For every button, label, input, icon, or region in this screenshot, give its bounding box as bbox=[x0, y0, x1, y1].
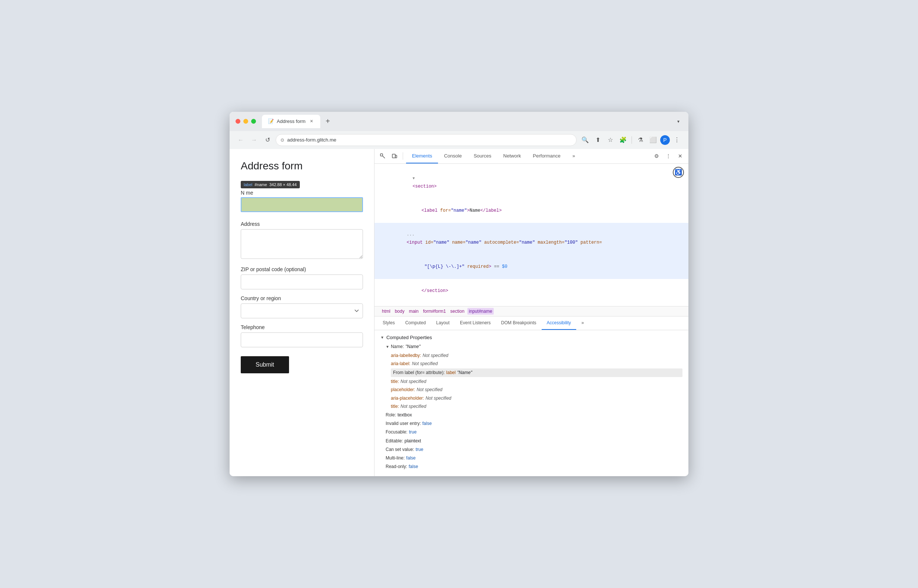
sub-tab-layout[interactable]: Layout bbox=[431, 317, 455, 330]
breadcrumb-body[interactable]: body bbox=[393, 308, 406, 315]
acc-role-val: textbox bbox=[398, 412, 412, 418]
acc-focusable-val: true bbox=[409, 429, 417, 436]
search-icon[interactable]: 🔍 bbox=[580, 134, 591, 145]
title-bar: 📝 Address form ✕ + ▾ bbox=[230, 112, 688, 131]
tab-console[interactable]: Console bbox=[438, 149, 468, 164]
sub-tab-event-listeners[interactable]: Event Listeners bbox=[455, 317, 496, 330]
breadcrumb-form[interactable]: form#form1 bbox=[422, 308, 447, 315]
breadcrumb-html[interactable]: html bbox=[380, 308, 392, 315]
acc-aria-label-val: Not specified bbox=[412, 360, 438, 367]
html-label-close-tag: </label> bbox=[480, 208, 502, 213]
html-pattern: pattern= bbox=[581, 240, 602, 245]
html-autocomplete-val: "name" bbox=[519, 240, 535, 245]
share-icon[interactable]: ⬆ bbox=[592, 134, 603, 145]
acc-role-key: Role: bbox=[386, 412, 396, 418]
html-maxlength-val: "100" bbox=[564, 240, 578, 245]
acc-title-2-key: title: bbox=[391, 403, 399, 410]
html-input-id: id= bbox=[425, 240, 433, 245]
acc-title-1-val: Not specified bbox=[401, 378, 426, 385]
tab-sources[interactable]: Sources bbox=[468, 149, 498, 164]
breadcrumb-section[interactable]: section bbox=[449, 308, 466, 315]
back-button[interactable]: ← bbox=[236, 135, 246, 145]
accessibility-icon[interactable]: ♿ bbox=[673, 167, 684, 178]
new-tab-button[interactable]: + bbox=[322, 116, 334, 128]
acc-name-row[interactable]: ▼ Name: "Name" bbox=[386, 344, 682, 349]
close-window-button[interactable] bbox=[236, 119, 240, 124]
acc-focusable-row: Focusable: true bbox=[386, 429, 682, 436]
svg-rect-0 bbox=[380, 154, 383, 156]
url-bar[interactable]: ⊙ address-form.glitch.me bbox=[276, 134, 577, 146]
html-line-input[interactable]: ... <input id="name" name="name" autocom… bbox=[375, 223, 688, 255]
acc-invalid-row: Invalid user entry: false bbox=[386, 420, 682, 427]
sub-tab-computed[interactable]: Computed bbox=[400, 317, 431, 330]
sub-tab-styles[interactable]: Styles bbox=[377, 317, 400, 330]
svg-rect-2 bbox=[392, 154, 395, 158]
devtools-close-icon[interactable]: ✕ bbox=[675, 151, 685, 161]
acc-readonly-key: Read-only: bbox=[386, 463, 407, 470]
acc-title-2: title: Not specified bbox=[391, 403, 682, 410]
more-menu-icon[interactable]: ⋮ bbox=[671, 134, 682, 145]
tab-dropdown-button[interactable]: ▾ bbox=[674, 117, 682, 126]
forward-button[interactable]: → bbox=[249, 135, 259, 145]
toolbar-divider bbox=[403, 152, 403, 160]
page-title: Address form bbox=[241, 160, 363, 172]
acc-readonly-val: false bbox=[409, 463, 418, 470]
telephone-input[interactable] bbox=[241, 333, 363, 347]
html-input-close: > bbox=[488, 264, 491, 269]
refresh-button[interactable]: ↺ bbox=[262, 135, 273, 145]
minimize-window-button[interactable] bbox=[243, 119, 248, 124]
acc-editable-key: Editable: bbox=[386, 438, 403, 444]
html-dots: ... bbox=[406, 232, 420, 237]
submit-button[interactable]: Submit bbox=[241, 356, 289, 373]
html-section-tag: <section> bbox=[412, 184, 436, 189]
name-label: N me bbox=[241, 190, 363, 196]
accessibility-panel: ▼ Computed Properties ▼ Name: "Name" ari… bbox=[375, 330, 688, 477]
acc-from-label-tag: label bbox=[446, 369, 456, 376]
acc-placeholder: placeholder: Not specified bbox=[391, 386, 682, 393]
address-input[interactable] bbox=[241, 229, 363, 259]
acc-can-set-key: Can set value: bbox=[386, 446, 414, 453]
computed-properties-header[interactable]: ▼ Computed Properties bbox=[380, 335, 682, 340]
sub-tab-dom-breakpoints[interactable]: DOM Breakpoints bbox=[496, 317, 541, 330]
tab-more[interactable]: » bbox=[567, 149, 581, 164]
device-toggle-icon[interactable] bbox=[390, 151, 400, 161]
maximize-window-button[interactable] bbox=[251, 119, 256, 124]
html-maxlength: maxlength= bbox=[538, 240, 564, 245]
zip-input[interactable] bbox=[241, 275, 363, 289]
tab-network[interactable]: Network bbox=[498, 149, 527, 164]
devtools-panel: Elements Console Sources Network Perform… bbox=[375, 149, 688, 477]
tab-elements[interactable]: Elements bbox=[406, 149, 438, 164]
profile-icon[interactable]: P bbox=[660, 135, 670, 145]
svg-line-1 bbox=[383, 156, 385, 158]
acc-invalid-val: false bbox=[422, 420, 432, 427]
devtools-more-icon[interactable]: ⋮ bbox=[663, 151, 674, 161]
address-bar: ← → ↺ ⊙ address-form.glitch.me 🔍 ⬆ ☆ 🧩 ⚗… bbox=[230, 131, 688, 149]
acc-multiline-key: Multi-line: bbox=[386, 455, 404, 462]
extension-icon[interactable]: 🧩 bbox=[617, 134, 629, 145]
computed-triangle-icon: ▼ bbox=[380, 335, 384, 339]
sub-tab-accessibility[interactable]: Accessibility bbox=[541, 317, 576, 330]
acc-editable-val: plaintext bbox=[404, 438, 421, 444]
breadcrumb-main[interactable]: main bbox=[407, 308, 420, 315]
country-select[interactable] bbox=[241, 304, 363, 318]
name-input[interactable] bbox=[241, 197, 363, 212]
bookmark-icon[interactable]: ☆ bbox=[605, 134, 616, 145]
split-icon[interactable]: ⬜ bbox=[648, 134, 659, 145]
sub-tab-more[interactable]: » bbox=[576, 317, 589, 330]
devtools-settings-icon[interactable]: ⚙ bbox=[651, 151, 662, 161]
element-picker-icon[interactable] bbox=[377, 151, 388, 161]
breadcrumb-input[interactable]: input#name bbox=[467, 308, 494, 315]
sub-tabs: Styles Computed Layout Event Listeners D… bbox=[375, 317, 688, 330]
html-line-section-open: ▼ <section> bbox=[380, 167, 682, 199]
url-security-icon: ⊙ bbox=[281, 137, 284, 143]
devtools-tabs: Elements Console Sources Network Perform… bbox=[406, 149, 581, 164]
lighthouse-icon[interactable]: ⚗ bbox=[635, 134, 646, 145]
toolbar-icons: 🔍 ⬆ ☆ 🧩 ⚗ ⬜ P ⋮ bbox=[580, 134, 682, 145]
tab-close-button[interactable]: ✕ bbox=[308, 118, 314, 124]
acc-focusable-key: Focusable: bbox=[386, 429, 407, 436]
tab-title: Address form bbox=[277, 118, 305, 124]
html-line-section-close: </section> bbox=[380, 279, 682, 303]
acc-title-2-val: Not specified bbox=[401, 403, 426, 410]
active-tab[interactable]: 📝 Address form ✕ bbox=[262, 115, 320, 128]
tab-performance[interactable]: Performance bbox=[527, 149, 566, 164]
